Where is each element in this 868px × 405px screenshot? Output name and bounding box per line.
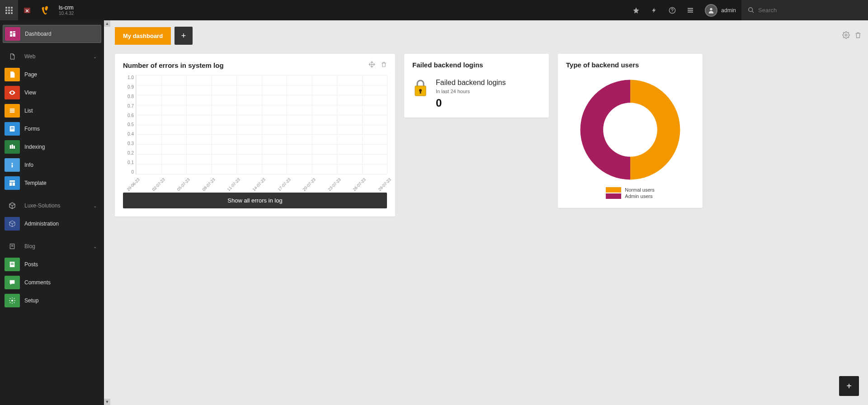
svg-rect-28 [10,145,11,149]
svg-rect-8 [11,12,13,14]
help-icon[interactable] [663,0,681,20]
typo3-logo-icon[interactable] [36,0,54,20]
sidebar-label: Forms [24,126,40,132]
bookmark-icon[interactable] [627,0,645,20]
add-dashboard-button[interactable]: + [175,27,193,45]
sidebar-item-comments[interactable]: Comments [3,273,101,292]
svg-rect-22 [10,108,15,109]
svg-rect-31 [12,163,13,164]
sidebar-item-administration[interactable]: Administration [3,215,101,233]
scroll-down-icon[interactable]: ▼ [104,399,110,405]
svg-line-17 [752,11,754,13]
sidebar-group-web[interactable]: Web ⌄ [3,47,101,66]
move-icon[interactable] [368,61,375,70]
site-info: ls-crm 10.4.32 [54,5,78,16]
sidebar-group-luxe[interactable]: Luxe-Solutions ⌄ [3,197,101,215]
legend-label: Normal users [625,187,654,193]
avatar-icon [705,4,717,17]
list-icon[interactable] [681,0,699,20]
sidebar-item-forms[interactable]: Forms [3,120,101,138]
add-widget-button[interactable]: + [839,376,859,396]
widget-title: Number of errors in system log [123,61,224,69]
svg-rect-7 [8,12,10,14]
site-version: 10.4.32 [59,11,74,16]
admin-icon [5,217,20,231]
user-menu[interactable]: admin [699,0,741,20]
sidebar-label: Luxe-Solutions [24,202,60,209]
legend-swatch-normal [606,187,621,193]
failed-heading: Failed backend logins [436,79,506,87]
app-launcher-icon[interactable] [0,0,18,20]
donut-chart [578,78,682,182]
sidebar-group-blog[interactable]: Blog ⌄ [3,237,101,255]
widget-backend-users: Type of backend users Normal users Admin… [558,54,703,208]
svg-point-11 [672,12,673,12]
sidebar-item-info[interactable]: Info [3,156,101,174]
sidebar-item-dashboard[interactable]: Dashboard [3,25,101,43]
widget-failed-logins: Failed backend logins Failed backend log… [404,54,549,118]
search-icon [748,7,755,14]
legend-label: Admin users [625,193,652,199]
failed-value: 0 [436,97,506,109]
svg-rect-41 [11,264,14,264]
search-box[interactable] [741,0,868,20]
site-name: ls-crm [59,5,74,11]
delete-widget-icon[interactable] [381,61,387,70]
sidebar-item-page[interactable]: Page [3,66,101,84]
svg-rect-35 [13,183,15,186]
sidebar-label: Setup [24,297,38,304]
content: My dashboard + Number of errors in syste… [104,20,868,405]
lock-icon [412,79,429,97]
template-icon [5,176,20,190]
svg-rect-40 [11,263,14,264]
svg-rect-32 [12,165,13,167]
delete-dashboard-icon[interactable] [854,31,862,41]
sidebar-item-list[interactable]: List [3,102,101,120]
sidebar-label: View [24,89,36,96]
sidebar-item-template[interactable]: Template [3,174,101,192]
sidebar-label: Comments [24,279,51,286]
flash-icon[interactable] [645,0,663,20]
content-wrap: ▲ ▼ My dashboard + Number of errors in s… [104,20,868,405]
sidebar: Dashboard Web ⌄ Page View List Forms Ind… [0,20,104,405]
tab-my-dashboard[interactable]: My dashboard [115,27,171,45]
dashboard-tabbar: My dashboard + [115,27,862,45]
sidebar-item-indexing[interactable]: Indexing [3,138,101,156]
svg-rect-3 [5,9,7,11]
svg-rect-33 [9,180,15,182]
topbar: ls-crm 10.4.32 admin [0,0,868,20]
svg-rect-29 [12,145,13,149]
settings-icon[interactable] [842,31,850,41]
sidebar-label: Administration [24,221,59,227]
svg-rect-19 [13,31,15,33]
chevron-down-icon: ⌄ [93,244,97,249]
sidebar-label: Indexing [24,144,45,150]
sidebar-item-posts[interactable]: Posts [3,255,101,273]
svg-rect-13 [688,9,693,10]
svg-rect-30 [14,146,15,149]
svg-rect-2 [11,7,13,9]
blog-group-icon [5,240,20,253]
chevron-down-icon: ⌄ [93,54,97,59]
sidebar-item-view[interactable]: View [3,84,101,102]
cache-icon[interactable] [18,0,36,20]
sidebar-item-setup[interactable]: Setup [3,292,101,310]
sidebar-label: Page [24,71,37,78]
info-icon [5,158,20,172]
svg-rect-12 [688,8,693,9]
sidebar-label: Posts [24,261,38,268]
view-icon [5,86,20,99]
svg-rect-26 [11,127,14,128]
svg-rect-46 [420,91,421,94]
indexing-icon [5,140,20,154]
list-module-icon [5,104,20,118]
legend-swatch-admin [606,193,621,199]
svg-rect-20 [13,33,15,37]
search-input[interactable] [758,7,862,14]
svg-rect-18 [10,31,12,33]
chevron-down-icon: ⌄ [93,203,97,208]
sidebar-label: Blog [24,243,35,250]
svg-rect-21 [10,34,12,37]
scroll-up-icon[interactable]: ▲ [104,20,110,27]
dashboard-actions [842,31,862,41]
